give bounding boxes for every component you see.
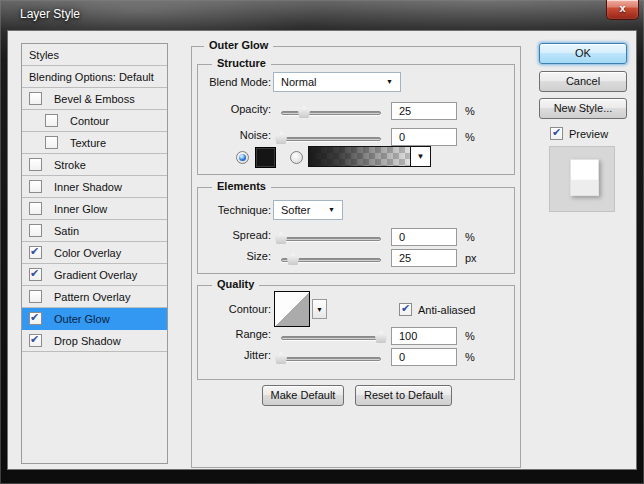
sidebar-item-gradient-overlay[interactable]: ✔Gradient Overlay <box>22 264 167 286</box>
sidebar-item-label: Drop Shadow <box>54 335 121 347</box>
anti-aliased-checkbox[interactable]: ✔ <box>399 303 412 316</box>
sidebar-item-inner-shadow[interactable]: Inner Shadow <box>22 176 167 198</box>
spread-input[interactable]: 0 <box>391 228 457 246</box>
drop-shadow-checkbox[interactable]: ✔ <box>29 334 42 347</box>
size-slider-thumb[interactable] <box>287 253 299 265</box>
contour-picker[interactable] <box>274 291 310 327</box>
opacity-label: Opacity: <box>198 103 271 115</box>
chevron-down-icon: ▼ <box>386 78 393 85</box>
technique-select[interactable]: Softer ▼ <box>273 200 343 220</box>
technique-value: Softer <box>281 204 310 216</box>
quality-group: Quality Contour: ▼ ✔ Anti-aliased Range:… <box>197 285 515 380</box>
glow-color-swatch[interactable] <box>255 147 276 168</box>
structure-legend: Structure <box>212 57 271 69</box>
contour-label: Contour: <box>198 303 271 315</box>
gradient-radio[interactable] <box>290 151 303 164</box>
sidebar-item-label: Stroke <box>54 159 86 171</box>
sidebar-item-inner-glow[interactable]: Inner Glow <box>22 198 167 220</box>
gradient-overlay-checkbox[interactable]: ✔ <box>29 268 42 281</box>
noise-slider-thumb[interactable] <box>275 132 287 144</box>
size-unit: px <box>465 252 477 264</box>
range-slider-thumb[interactable] <box>375 331 387 343</box>
pattern-overlay-checkbox[interactable] <box>29 290 42 303</box>
make-default-button[interactable]: Make Default <box>262 385 344 406</box>
jitter-label: Jitter: <box>198 349 271 361</box>
new-style-button[interactable]: New Style... <box>539 98 627 119</box>
blend-mode-select[interactable]: Normal ▼ <box>273 72 401 92</box>
sidebar-item-bevel-emboss[interactable]: Bevel & Emboss <box>22 88 167 110</box>
reset-to-default-button[interactable]: Reset to Default <box>355 385 452 406</box>
outer-glow-checkbox[interactable]: ✔ <box>29 312 42 325</box>
jitter-slider-thumb[interactable] <box>275 352 287 364</box>
check-icon: ✔ <box>30 268 39 278</box>
sidebar-item-contour[interactable]: Contour <box>22 110 167 132</box>
preview-layer-swatch <box>570 159 599 196</box>
color-overlay-checkbox[interactable]: ✔ <box>29 246 42 259</box>
sidebar-item-stroke[interactable]: Stroke <box>22 154 167 176</box>
preview-checkbox[interactable]: ✔ <box>550 127 563 140</box>
size-input[interactable]: 25 <box>391 249 457 267</box>
title-bar[interactable]: Layer Style x <box>0 0 644 30</box>
outer-glow-panel: Outer Glow Structure Blend Mode: Normal … <box>191 46 521 468</box>
style-preview-thumbnail <box>549 146 615 212</box>
sidebar-item-outer-glow[interactable]: ✔Outer Glow <box>22 308 167 330</box>
inner-glow-checkbox[interactable] <box>29 202 42 215</box>
sidebar-item-label: Satin <box>54 225 79 237</box>
sidebar-item-label: Pattern Overlay <box>54 291 130 303</box>
sidebar-item-texture[interactable]: Texture <box>22 132 167 154</box>
ok-button[interactable]: OK <box>539 43 627 64</box>
check-icon: ✔ <box>30 246 39 256</box>
elements-group: Elements Technique: Softer ▼ Spread: 0 %… <box>197 187 515 274</box>
gradient-picker[interactable]: ▼ <box>308 146 431 167</box>
sidebar-item-label: Blending Options: Default <box>29 71 154 83</box>
contour-checkbox[interactable] <box>45 114 58 127</box>
spread-unit: % <box>465 231 475 243</box>
opacity-unit: % <box>465 105 475 117</box>
close-icon[interactable]: x <box>606 0 639 20</box>
elements-legend: Elements <box>212 180 271 192</box>
chevron-down-icon[interactable]: ▼ <box>410 147 430 166</box>
sidebar-item-styles[interactable]: Styles <box>22 44 167 66</box>
solid-color-radio[interactable] <box>236 151 249 164</box>
chevron-down-icon[interactable]: ▼ <box>312 299 327 319</box>
check-icon: ✔ <box>30 312 39 322</box>
spread-label: Spread: <box>198 229 271 241</box>
bevel-emboss-checkbox[interactable] <box>29 92 42 105</box>
jitter-input[interactable]: 0 <box>391 348 457 366</box>
spread-slider[interactable] <box>281 237 381 241</box>
anti-aliased-label: Anti-aliased <box>418 304 475 316</box>
satin-checkbox[interactable] <box>29 224 42 237</box>
range-label: Range: <box>198 328 271 340</box>
inner-shadow-checkbox[interactable] <box>29 180 42 193</box>
check-icon: ✔ <box>552 126 561 138</box>
noise-input[interactable]: 0 <box>391 128 457 146</box>
cancel-button[interactable]: Cancel <box>539 71 627 92</box>
sidebar-item-pattern-overlay[interactable]: Pattern Overlay <box>22 286 167 308</box>
sidebar-item-satin[interactable]: Satin <box>22 220 167 242</box>
sidebar-item-label: Outer Glow <box>54 313 110 325</box>
stroke-checkbox[interactable] <box>29 158 42 171</box>
sidebar-item-label: Inner Glow <box>54 203 107 215</box>
jitter-slider[interactable] <box>281 357 381 361</box>
noise-label: Noise: <box>198 129 271 141</box>
opacity-slider-thumb[interactable] <box>298 106 310 118</box>
noise-unit: % <box>465 131 475 143</box>
sidebar-item-drop-shadow[interactable]: ✔Drop Shadow <box>22 330 167 352</box>
preview-label: Preview <box>569 128 608 140</box>
sidebar-item-color-overlay[interactable]: ✔Color Overlay <box>22 242 167 264</box>
texture-checkbox[interactable] <box>45 136 58 149</box>
sidebar-item-blending-options-default[interactable]: Blending Options: Default <box>22 66 167 88</box>
chevron-down-icon: ▼ <box>328 206 335 213</box>
layer-style-dialog: Layer Style x StylesBlending Options: De… <box>0 0 644 484</box>
range-input[interactable]: 100 <box>391 327 457 345</box>
noise-slider[interactable] <box>281 137 381 141</box>
quality-legend: Quality <box>212 278 259 290</box>
sidebar-item-label: Inner Shadow <box>54 181 122 193</box>
spread-slider-thumb[interactable] <box>275 232 287 244</box>
jitter-unit: % <box>465 351 475 363</box>
sidebar-item-label: Color Overlay <box>54 247 121 259</box>
opacity-slider[interactable] <box>281 111 381 115</box>
opacity-input[interactable]: 25 <box>391 102 457 120</box>
range-slider[interactable] <box>281 336 381 340</box>
dialog-client-area: StylesBlending Options: DefaultBevel & E… <box>7 30 637 470</box>
